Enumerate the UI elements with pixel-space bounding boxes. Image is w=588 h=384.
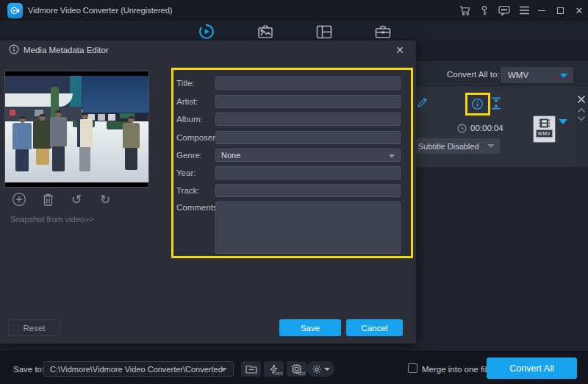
thumbnail-shape xyxy=(5,93,73,107)
format-badge: WMV xyxy=(536,129,553,138)
output-format-dropdown[interactable]: WMV xyxy=(501,67,573,83)
reset-button[interactable]: Reset xyxy=(8,319,60,336)
tab-toolbox-icon[interactable] xyxy=(370,23,395,40)
person-figure xyxy=(77,113,93,176)
off-label: OFF xyxy=(274,371,283,376)
gpu-acceleration-button[interactable]: OFF xyxy=(287,361,306,377)
genre-label: Genre: xyxy=(176,151,202,160)
tab-mv-icon[interactable] xyxy=(253,23,278,40)
info-icon xyxy=(9,44,19,54)
cancel-button[interactable]: Cancel xyxy=(346,319,403,336)
composer-label: Composer: xyxy=(176,133,218,142)
save-button[interactable]: Save xyxy=(279,319,341,336)
tab-converter-icon[interactable] xyxy=(194,23,219,40)
open-folder-button[interactable] xyxy=(241,361,261,377)
settings-button[interactable] xyxy=(306,361,334,377)
year-label: Year: xyxy=(176,168,196,177)
media-metadata-editor-dialog: Media Metadata Editor ✕ xyxy=(0,40,416,344)
dialog-header: Media Metadata Editor ✕ xyxy=(0,40,416,60)
chevron-down-icon xyxy=(220,368,227,371)
album-input[interactable] xyxy=(215,113,401,126)
thumbnail-shape xyxy=(98,114,105,121)
main-nav-bar xyxy=(0,21,588,40)
person-figure xyxy=(50,110,67,177)
subtitle-value: Subtitle Disabled xyxy=(418,142,479,151)
merge-checkbox[interactable] xyxy=(408,363,417,373)
genre-dropdown[interactable]: None xyxy=(215,149,401,162)
person-figure xyxy=(123,116,140,174)
snapshot-from-video-link[interactable]: Snapshot from video>> xyxy=(10,215,94,224)
output-format-file-icon[interactable]: WMV xyxy=(533,115,556,143)
high-speed-toggle-button[interactable]: OFF xyxy=(264,361,284,377)
save-path-value: C:\Vidmore\Vidmore Video Converter\Conve… xyxy=(50,365,223,374)
move-down-icon[interactable] xyxy=(577,115,586,121)
person-figure xyxy=(12,116,32,177)
off-label: OFF xyxy=(297,371,306,376)
thumbnail-shape xyxy=(10,110,15,115)
chevron-down-icon xyxy=(560,74,567,78)
cart-icon[interactable] xyxy=(457,4,472,16)
chevron-down-icon xyxy=(389,154,395,158)
convert-all-to-label: Convert All to: xyxy=(447,70,500,79)
remove-file-icon[interactable] xyxy=(577,95,586,104)
add-cover-button[interactable] xyxy=(10,191,28,208)
album-label: Album: xyxy=(176,115,203,124)
year-input[interactable] xyxy=(215,166,401,179)
convert-all-button[interactable]: Convert All xyxy=(487,358,577,379)
save-to-label: Save to: xyxy=(13,365,44,374)
chevron-down-icon xyxy=(487,144,495,148)
save-path-dropdown[interactable]: C:\Vidmore\Vidmore Video Converter\Conve… xyxy=(43,361,234,377)
tab-collage-icon[interactable] xyxy=(312,23,337,40)
person-figure xyxy=(33,114,51,176)
title-input[interactable] xyxy=(215,77,401,90)
thumbnail-shape xyxy=(108,114,115,121)
minimize-button[interactable] xyxy=(534,4,549,16)
video-thumbnail xyxy=(4,71,149,188)
duration-clock-icon xyxy=(457,124,467,133)
artist-label: Artist: xyxy=(176,97,198,106)
comments-label: Comments: xyxy=(176,203,220,212)
clip-duration: 00:00:04 xyxy=(470,124,503,132)
metadata-info-icon[interactable] xyxy=(471,98,484,110)
track-label: Track: xyxy=(176,186,200,195)
comments-textarea[interactable] xyxy=(215,202,401,254)
output-format-value: WMV xyxy=(508,71,528,79)
move-up-icon[interactable] xyxy=(577,107,586,113)
title-label: Title: xyxy=(176,79,195,88)
feedback-icon[interactable] xyxy=(497,4,512,16)
merge-label: Merge into one file xyxy=(422,365,492,374)
app-logo-icon xyxy=(7,3,23,18)
divider xyxy=(213,363,214,374)
chevron-down-icon xyxy=(324,368,330,371)
delete-cover-button[interactable] xyxy=(39,191,57,208)
rotate-left-button[interactable]: ↺ xyxy=(68,191,85,208)
title-bar: Vidmore Video Converter (Unregistered) ✕ xyxy=(0,0,588,21)
artist-input[interactable] xyxy=(215,95,401,108)
track-input[interactable] xyxy=(215,184,401,197)
thumbnail-image xyxy=(5,76,148,182)
dialog-title: Media Metadata Editor xyxy=(24,46,109,54)
composer-input[interactable] xyxy=(215,131,401,144)
rotate-right-button[interactable]: ↻ xyxy=(96,191,114,208)
window-title: Vidmore Video Converter (Unregistered) xyxy=(28,6,172,15)
edit-pencil-icon[interactable] xyxy=(417,97,428,108)
maximize-button[interactable] xyxy=(553,4,567,16)
thumbnail-shape xyxy=(82,76,148,114)
subtitle-dropdown[interactable]: Subtitle Disabled xyxy=(412,138,500,154)
thumbnail-toolbar: ↺ ↻ xyxy=(4,190,149,209)
split-icon[interactable] xyxy=(491,97,501,110)
register-key-icon[interactable] xyxy=(477,4,492,16)
menu-icon[interactable] xyxy=(517,4,531,16)
dialog-close-button[interactable]: ✕ xyxy=(392,43,408,57)
close-button[interactable]: ✕ xyxy=(572,4,587,16)
format-picker-arrow-icon[interactable] xyxy=(559,124,567,135)
genre-value: None xyxy=(221,151,240,160)
